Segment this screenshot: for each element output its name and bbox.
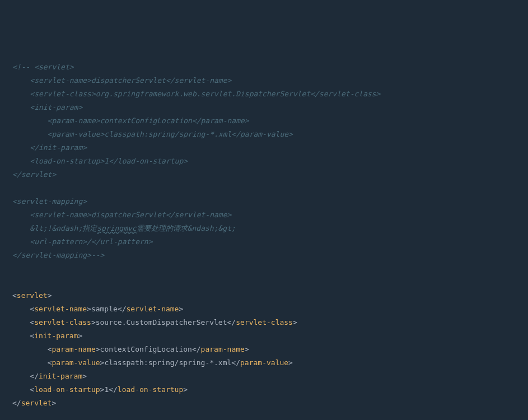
code-line: &lt;!&ndash;指定springmvc需要处理的请求&ndash;&gt… <box>12 222 528 235</box>
code-line <box>12 276 528 289</box>
code-line: <param-value>classpath:spring/spring-*.x… <box>12 128 528 141</box>
code-line: <load-on-startup>1</load-on-startup> <box>12 383 528 396</box>
code-line: </servlet> <box>12 396 528 410</box>
code-line: <url-pattern>/</url-pattern> <box>12 235 528 249</box>
code-line <box>12 262 528 276</box>
code-line: </servlet-mapping>--> <box>12 249 528 262</box>
code-line: <init-param> <box>12 329 528 343</box>
code-line: <servlet> <box>12 289 528 302</box>
code-line: </init-param> <box>12 141 528 155</box>
code-line: <servlet-class>source.CustomDispatcherSe… <box>12 316 528 329</box>
code-line: <param-value>classpath:spring/spring-*.x… <box>12 356 528 370</box>
code-line <box>12 410 528 420</box>
code-line <box>12 181 528 195</box>
code-line: <servlet-mapping> <box>12 195 528 208</box>
code-line: <param-name>contextConfigLocation</param… <box>12 114 528 128</box>
code-line: <servlet-name>dispatcherServlet</servlet… <box>12 74 528 87</box>
code-line: <init-param> <box>12 101 528 114</box>
code-line: </servlet> <box>12 168 528 181</box>
code-line: <servlet-name>dispatcherServlet</servlet… <box>12 208 528 222</box>
code-line: <param-name>contextConfigLocation</param… <box>12 343 528 356</box>
code-line: </init-param> <box>12 370 528 383</box>
code-line: <!-- <servlet> <box>12 60 528 74</box>
code-line: <servlet-class>org.springframework.web.s… <box>12 87 528 101</box>
code-line: <servlet-name>sample</servlet-name> <box>12 302 528 316</box>
code-editor[interactable]: <!-- <servlet> <servlet-name>dispatcherS… <box>12 60 528 420</box>
code-line: <load-on-startup>1</load-on-startup> <box>12 155 528 168</box>
